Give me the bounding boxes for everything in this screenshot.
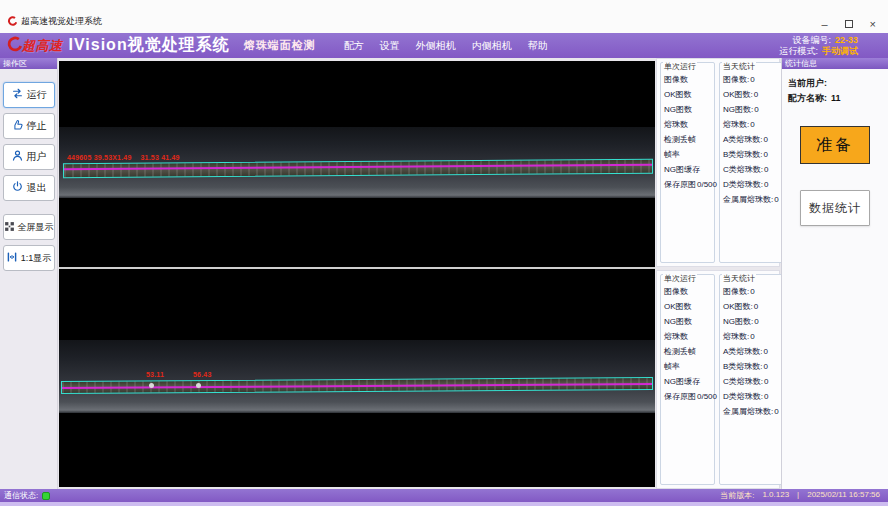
stat-row: NG图缓存 xyxy=(664,162,711,177)
stats-panel-bottom: 单次运行 图像数 OK图数 NG图数 xyxy=(656,270,780,489)
window-titlebar: 超高速视觉处理系统 – × xyxy=(0,0,888,33)
measurement-annotation: 449605 39.53X1.4931.53 41.49 xyxy=(67,154,180,161)
data-statistics-button[interactable]: 数据统计 xyxy=(800,190,870,226)
info-panel-header: 统计信息 xyxy=(782,58,888,69)
app-logo-icon xyxy=(7,12,17,30)
stat-row: B类熔珠数:0 xyxy=(723,359,779,374)
user-button-label: 用户 xyxy=(27,150,47,164)
stats-panel-top: 单次运行 图像数 OK图数 NG图数 xyxy=(656,58,780,267)
daily-stats-title: 当天统计 xyxy=(722,62,756,71)
stop-hand-icon xyxy=(11,117,24,135)
viewport-column: 449605 39.53X1.4931.53 41.49 53.11 56.43 xyxy=(59,61,655,487)
stat-row: OK图数:0 xyxy=(723,87,779,102)
brand-logo: 超高速 xyxy=(6,36,63,56)
recipe-name-value: 11 xyxy=(831,91,841,106)
sidebar-header: 操作区 xyxy=(0,58,57,69)
daily-stats-group: 当天统计 图像数:0 OK图数:0 NG图数:0 xyxy=(719,274,783,485)
stat-row: 保存原图0/500 xyxy=(664,177,711,192)
stat-row: B类熔珠数:0 xyxy=(723,147,779,162)
run-button[interactable]: 运行 xyxy=(3,82,55,108)
single-run-title: 单次运行 xyxy=(663,62,697,71)
stat-row: A类熔珠数:0 xyxy=(723,132,779,147)
app-subtitle: 熔珠端面检测 xyxy=(244,38,316,53)
version-label: 当前版本: xyxy=(720,490,754,501)
stat-row: NG图缓存 xyxy=(664,374,711,389)
maximize-button[interactable] xyxy=(845,20,853,28)
recipe-name-label: 配方名称: xyxy=(788,91,827,106)
menu-item-help[interactable]: 帮助 xyxy=(528,39,548,53)
run-cycle-icon xyxy=(11,86,24,104)
menu-item-recipe[interactable]: 配方 xyxy=(344,39,364,53)
exit-button[interactable]: 退出 xyxy=(3,175,55,201)
brand-swoosh-icon xyxy=(6,36,22,56)
info-panel: 统计信息 当前用户: 配方名称: 11 准备 数据统计 xyxy=(781,58,888,489)
stat-row: A类熔珠数:0 xyxy=(723,344,779,359)
device-number-label: 设备编号: xyxy=(792,35,831,46)
stat-row: 保存原图0/500 xyxy=(664,389,711,404)
statusbar-bottom-strip xyxy=(0,502,888,506)
single-run-group: 单次运行 图像数 OK图数 NG图数 xyxy=(660,62,715,263)
single-run-group: 单次运行 图像数 OK图数 NG图数 xyxy=(660,274,715,485)
daily-stats-group: 当天统计 图像数:0 OK图数:0 NG图数:0 xyxy=(719,62,783,263)
operation-sidebar: 操作区 运行 停止 xyxy=(0,58,58,489)
status-separator: | xyxy=(797,490,799,501)
measurement-annotation: 53.11 xyxy=(146,371,164,378)
stop-button[interactable]: 停止 xyxy=(3,113,55,139)
current-user-label: 当前用户: xyxy=(788,76,827,91)
close-button[interactable]: × xyxy=(870,19,876,29)
stat-row: 图像数 xyxy=(664,72,711,87)
stat-row: NG图数:0 xyxy=(723,314,779,329)
stat-row: 帧率 xyxy=(664,147,711,162)
window-title: 超高速视觉处理系统 xyxy=(21,15,102,28)
stat-row: 帧率 xyxy=(664,359,711,374)
outer-camera-viewport[interactable]: 449605 39.53X1.4931.53 41.49 xyxy=(59,61,655,267)
comm-status-label: 通信状态: xyxy=(4,490,38,501)
defect-blob xyxy=(196,383,201,388)
one-to-one-button-label: 1:1显示 xyxy=(21,252,52,265)
prepare-button[interactable]: 准备 xyxy=(800,126,870,164)
minimize-button[interactable]: – xyxy=(821,19,827,29)
power-icon xyxy=(11,179,24,197)
status-bar: 通信状态: 当前版本: 1.0.123 | 2025/02/11 16:57:5… xyxy=(0,489,888,502)
stat-row: OK图数:0 xyxy=(723,299,779,314)
run-mode-label: 运行模式: xyxy=(779,46,818,57)
single-run-title: 单次运行 xyxy=(663,274,697,283)
stop-button-label: 停止 xyxy=(27,119,47,133)
brand-text: 超高速 xyxy=(22,37,63,55)
one-to-one-button[interactable]: 1:1显示 xyxy=(3,245,55,271)
stat-row: 金属屑熔珠数:0 xyxy=(723,192,779,207)
stat-row: 检测丢帧 xyxy=(664,344,711,359)
main-area: 操作区 运行 停止 xyxy=(0,58,888,489)
stat-row: 熔珠数:0 xyxy=(723,117,779,132)
fullscreen-button[interactable]: 全屏显示 xyxy=(3,214,55,240)
menu-item-settings[interactable]: 设置 xyxy=(380,39,400,53)
stat-row: 熔珠数 xyxy=(664,329,711,344)
stat-row: 金属屑熔珠数:0 xyxy=(723,404,779,419)
stat-row: NG图数 xyxy=(664,314,711,329)
stat-row: OK图数 xyxy=(664,299,711,314)
version-value: 1.0.123 xyxy=(762,490,789,501)
stat-row: 熔珠数 xyxy=(664,117,711,132)
stat-row: NG图数 xyxy=(664,102,711,117)
one-to-one-icon xyxy=(6,249,18,267)
menu-item-outer-camera[interactable]: 外侧相机 xyxy=(416,39,456,53)
stat-row: OK图数 xyxy=(664,87,711,102)
stat-row: C类熔珠数:0 xyxy=(723,374,779,389)
menu-item-inner-camera[interactable]: 内侧相机 xyxy=(472,39,512,53)
stat-row: D类熔珠数:0 xyxy=(723,177,779,192)
run-button-label: 运行 xyxy=(27,88,47,102)
user-icon xyxy=(11,148,24,166)
stat-row: D类熔珠数:0 xyxy=(723,389,779,404)
user-button[interactable]: 用户 xyxy=(3,144,55,170)
fullscreen-button-label: 全屏显示 xyxy=(18,221,54,234)
app-header: 超高速 IVision视觉处理系统 熔珠端面检测 配方 设置 外侧相机 内侧相机… xyxy=(0,33,888,58)
stat-row: 熔珠数:0 xyxy=(723,329,779,344)
run-mode-value: 手动调试 xyxy=(822,46,858,57)
stat-row: 图像数 xyxy=(664,284,711,299)
statistics-column: 单次运行 图像数 OK图数 NG图数 xyxy=(656,58,780,489)
inner-camera-viewport[interactable]: 53.11 56.43 xyxy=(59,267,655,487)
defect-blob xyxy=(149,383,154,388)
measurement-annotation: 56.43 xyxy=(193,371,212,378)
stat-row: NG图数:0 xyxy=(723,102,779,117)
stat-row: 检测丢帧 xyxy=(664,132,711,147)
